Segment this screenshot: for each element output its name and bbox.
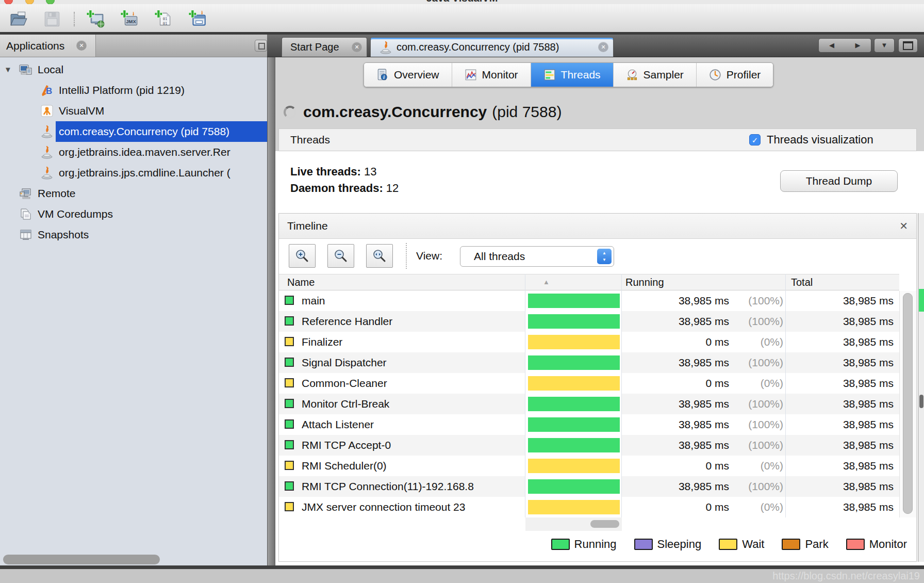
save-icon[interactable]: [43, 10, 61, 28]
thread-state-icon: [285, 316, 294, 326]
watermark-text: https://blog.csdn.net/creasylai19: [772, 569, 920, 583]
add-vm-coredump-icon[interactable]: 0101: [155, 10, 173, 28]
sidebar-item-local[interactable]: ▼Local: [0, 59, 267, 80]
threads-visualization-checkbox[interactable]: ✓: [749, 134, 761, 145]
thread-row[interactable]: RMI TCP Accept-038,985 ms(100%)38,985 ms: [279, 435, 899, 456]
sort-arrow-icon[interactable]: ▲: [543, 274, 550, 290]
thread-row[interactable]: Reference Handler38,985 ms(100%)38,985 m…: [279, 311, 899, 332]
threads-visualization-label[interactable]: Threads visualization: [767, 129, 873, 151]
column-header-total[interactable]: Total: [791, 274, 813, 290]
view-select[interactable]: All threads ▲▼: [460, 246, 614, 267]
add-application-snapshot-icon[interactable]: [189, 10, 207, 28]
tab-scroll-right-button[interactable]: ▶: [845, 38, 871, 53]
fit-width-button[interactable]: [366, 244, 393, 268]
close-icon[interactable]: ✕: [76, 40, 87, 51]
running-percent: (100%): [748, 435, 783, 456]
thread-state-icon: [285, 419, 294, 429]
tab-app-concurrency[interactable]: com.creasy.Concurrency (pid 7588) ✕: [370, 37, 614, 57]
thread-name: Attach Listener: [302, 414, 374, 435]
tree-item-label: Snapshots: [38, 224, 89, 245]
scrollbar-thumb[interactable]: [903, 293, 913, 514]
subtab-overview[interactable]: iOverview: [364, 63, 452, 87]
open-file-icon[interactable]: [10, 10, 28, 28]
thread-timeline-bar: [528, 376, 620, 391]
legend-label: Monitor: [869, 538, 907, 551]
thread-state-icon: [285, 399, 294, 408]
tab-list-dropdown-button[interactable]: ▼: [874, 38, 895, 53]
thread-row[interactable]: Attach Listener38,985 ms(100%)38,985 ms: [279, 414, 899, 435]
subtab-threads[interactable]: Threads: [531, 63, 614, 87]
thread-state-icon: [285, 337, 294, 346]
tab-start-page[interactable]: Start Page ✕: [282, 37, 367, 57]
legend-label: Running: [574, 538, 617, 551]
thread-row[interactable]: Common-Cleaner0 ms(0%)38,985 ms: [279, 373, 899, 394]
thread-timeline-bar: [528, 479, 620, 494]
subtab-sampler[interactable]: Sampler: [614, 63, 697, 87]
clipped-running-bar: [919, 289, 924, 312]
zoom-out-button[interactable]: [327, 244, 354, 268]
overview-icon: i: [376, 69, 389, 81]
thread-timeline-bar: [528, 335, 620, 349]
subtab-monitor[interactable]: Monitor: [452, 63, 531, 87]
java-icon: [40, 166, 54, 180]
daemon-threads-label: Daemon threads:: [290, 182, 383, 195]
sidebar-item-snapshots[interactable]: Snapshots: [0, 224, 267, 245]
thread-row[interactable]: Finalizer0 ms(0%)38,985 ms: [279, 332, 899, 352]
close-icon[interactable]: ✕: [899, 214, 908, 238]
legend-label: Sleeping: [657, 538, 702, 551]
sidebar-item-com-creasy-concurrency-pid-7588[interactable]: com.creasy.Concurrency (pid 7588): [0, 121, 267, 142]
sidebar-item-remote[interactable]: Remote: [0, 183, 267, 204]
running-percent: (100%): [748, 394, 783, 414]
add-jmx-connection-icon[interactable]: JMX: [121, 10, 139, 28]
tab-scroll-left-button[interactable]: ◀: [818, 38, 845, 53]
sampler-icon: [626, 69, 638, 81]
thread-dump-button[interactable]: Thread Dump: [780, 170, 898, 192]
sidebar-item-intellij-platform-pid-1219[interactable]: BIntelliJ Platform (pid 1219): [0, 80, 267, 101]
legend-swatch-icon: [782, 539, 800, 550]
running-time: 38,985 ms: [679, 311, 729, 332]
legend-item-sleeping: Sleeping: [634, 538, 702, 551]
thread-row[interactable]: Signal Dispatcher38,985 ms(100%)38,985 m…: [279, 352, 899, 373]
scrollbar-thumb[interactable]: [590, 520, 619, 528]
thread-state-icon: [285, 358, 294, 367]
total-time: 38,985 ms: [843, 435, 894, 456]
close-icon[interactable]: ✕: [598, 42, 608, 52]
column-header-running[interactable]: Running: [625, 274, 664, 290]
sidebar-item-org-jetbrains-idea-maven-server-rer[interactable]: org.jetbrains.idea.maven.server.Rer: [0, 142, 267, 163]
maximize-view-button[interactable]: [898, 38, 918, 53]
timeline-title: Timeline: [287, 220, 328, 232]
thread-row[interactable]: Monitor Ctrl-Break38,985 ms(100%)38,985 …: [279, 394, 899, 414]
sidebar-item-visualvm[interactable]: VisualVM: [0, 101, 267, 121]
add-remote-host-icon[interactable]: [87, 10, 105, 28]
thread-row[interactable]: JMX server connection timeout 230 ms(0%)…: [279, 497, 899, 517]
clipped-right-edge: [918, 213, 924, 562]
timeline-horizontal-scrollbar[interactable]: [525, 517, 622, 531]
applications-tab[interactable]: Applications ✕: [0, 35, 96, 57]
split-handle[interactable]: [267, 57, 275, 565]
table-vertical-scrollbar[interactable]: [899, 291, 916, 517]
thread-stats: Live threads: 13 Daemon threads: 12: [290, 164, 399, 197]
timeline-panel: Timeline ✕ View: All threads ▲▼ Name ▲ R: [278, 213, 917, 562]
legend-swatch-icon: [719, 539, 737, 550]
running-time: 38,985 ms: [679, 414, 729, 435]
java-icon: [40, 125, 54, 138]
expand-arrow-icon[interactable]: ▼: [4, 59, 12, 80]
combo-stepper-icon[interactable]: ▲▼: [597, 249, 612, 264]
sidebar-item-org-jetbrains-jps-cmdline-launcher[interactable]: org.jetbrains.jps.cmdline.Launcher (: [0, 163, 267, 183]
applications-sidebar: ▼LocalBIntelliJ Platform (pid 1219)Visua…: [0, 57, 267, 565]
running-percent: (100%): [748, 290, 783, 311]
close-icon[interactable]: ✕: [352, 42, 362, 52]
sidebar-horizontal-scrollbar[interactable]: [3, 555, 160, 564]
thread-row[interactable]: RMI Scheduler(0)0 ms(0%)38,985 ms: [279, 456, 899, 476]
zoom-in-button[interactable]: [289, 244, 316, 268]
svg-text:JMX: JMX: [126, 19, 136, 24]
thread-name: RMI Scheduler(0): [302, 456, 387, 476]
sidebar-item-vm-coredumps[interactable]: VM Coredumps: [0, 204, 267, 224]
threads-section-label: Threads: [290, 134, 330, 145]
thread-row[interactable]: main38,985 ms(100%)38,985 ms: [279, 290, 899, 311]
live-threads-value: 13: [364, 165, 376, 178]
subtab-profiler[interactable]: Profiler: [697, 63, 773, 87]
float-panel-button[interactable]: [255, 40, 267, 52]
thread-row[interactable]: RMI TCP Connection(11)-192.168.838,985 m…: [279, 476, 899, 497]
column-header-name[interactable]: Name: [287, 274, 315, 290]
